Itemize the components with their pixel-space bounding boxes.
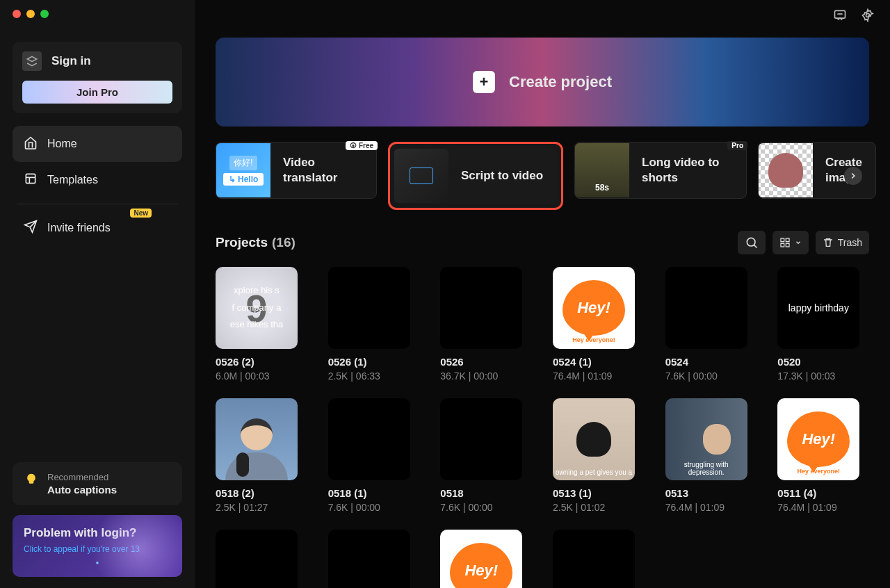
project-meta: 2.5K | 01:02 — [553, 502, 645, 513]
project-meta: 76.4M | 01:09 — [553, 370, 645, 382]
sidebar-item-label: Invite friends — [47, 222, 111, 234]
project-meta: 7.6K | 00:00 — [665, 370, 757, 382]
projects-header: Projects (16) Trash — [216, 231, 869, 254]
project-card[interactable]: Hey!Hey everyone! — [440, 530, 532, 588]
recommended-title: Auto captions — [47, 484, 117, 496]
bulb-icon — [24, 472, 39, 487]
project-name: 0526 — [440, 356, 532, 368]
project-card[interactable]: 0518 (2)2.5K | 01:27 — [216, 398, 307, 513]
project-meta: 6.0M | 00:03 — [216, 370, 307, 382]
sidebar-item-templates[interactable]: Templates — [13, 162, 182, 198]
sidebar-item-invite[interactable]: New Invite friends — [13, 210, 182, 246]
new-badge: New — [130, 209, 152, 218]
create-project-button[interactable]: + Create project — [216, 38, 869, 126]
trash-button[interactable]: Trash — [816, 231, 869, 254]
project-thumbnail — [440, 267, 522, 349]
project-card[interactable]: lappy birthday052017.3K | 00:03 — [777, 267, 869, 382]
project-meta: 2.5K | 01:27 — [216, 502, 307, 513]
templates-icon — [24, 172, 38, 188]
view-layout-button[interactable] — [772, 231, 809, 254]
project-thumbnail: Hey!Hey everyone! — [777, 398, 859, 480]
carousel-dots: ● — [24, 560, 171, 566]
chevron-down-icon — [795, 239, 802, 246]
features-row: 你好! ↳ Hello Video translator ⦿ Free Scri… — [216, 142, 869, 210]
sign-in-label: Sign in — [51, 54, 91, 68]
feature-video-translator[interactable]: 你好! ↳ Hello Video translator ⦿ Free — [216, 142, 377, 199]
project-card[interactable]: struggling with depression.051376.4M | 0… — [665, 398, 757, 513]
project-thumbnail — [440, 398, 522, 480]
project-name: 0511 (4) — [777, 487, 869, 499]
project-card[interactable]: 9xplore his s f company a ese hikes tha0… — [216, 267, 307, 382]
project-meta: 7.6K | 00:00 — [328, 502, 420, 513]
project-card[interactable]: owning a pet gives you a0513 (1)2.5K | 0… — [553, 398, 645, 513]
project-meta: 76.4M | 01:09 — [665, 502, 757, 513]
svg-rect-7 — [781, 238, 784, 242]
project-card[interactable] — [328, 530, 420, 588]
svg-rect-5 — [26, 174, 35, 183]
main: + Create project 你好! ↳ Hello Video trans… — [195, 0, 890, 588]
project-thumbnail — [553, 530, 635, 588]
svg-rect-8 — [786, 238, 789, 242]
project-name: 0513 — [665, 487, 757, 499]
projects-grid: 9xplore his s f company a ese hikes tha0… — [216, 267, 869, 588]
sidebar-item-label: Home — [47, 138, 77, 150]
sign-in-button[interactable]: Sign in — [22, 51, 172, 71]
sidebar-separator — [17, 204, 178, 204]
project-thumbnail: struggling with depression. — [665, 398, 747, 480]
project-name: 0520 — [777, 356, 869, 368]
project-card[interactable] — [216, 530, 307, 588]
recommended-card[interactable]: Recommended Auto captions — [13, 462, 182, 505]
plus-icon: + — [473, 71, 495, 93]
project-card[interactable]: 0518 (1)7.6K | 00:00 — [328, 398, 420, 513]
project-thumbnail: Hey!Hey everyone! — [553, 267, 635, 349]
account-box: Sign in Join Pro — [13, 42, 182, 113]
project-name: 0518 (1) — [328, 487, 420, 499]
sidebar-item-label: Templates — [47, 174, 98, 186]
project-meta: 36.7K | 00:00 — [440, 370, 532, 382]
project-meta: 76.4M | 01:09 — [777, 502, 869, 513]
promo-card[interactable]: Problem with login? Click to appeal if y… — [13, 515, 182, 577]
project-name: 0518 (2) — [216, 487, 307, 499]
window-controls — [13, 10, 49, 18]
feature-label: Long video to shorts — [629, 155, 746, 186]
project-card[interactable]: 05247.6K | 00:00 — [665, 267, 757, 382]
project-card[interactable]: 05187.6K | 00:00 — [440, 398, 532, 513]
project-meta: 7.6K | 00:00 — [440, 502, 532, 513]
project-thumbnail — [216, 398, 298, 480]
project-name: 0524 (1) — [553, 356, 645, 368]
join-pro-button[interactable]: Join Pro — [22, 81, 172, 104]
project-thumbnail: lappy birthday — [777, 267, 859, 349]
projects-count: (16) — [272, 235, 296, 250]
project-thumbnail — [328, 530, 410, 588]
sidebar-item-home[interactable]: Home — [13, 126, 182, 162]
maximize-window-icon[interactable] — [40, 10, 49, 18]
features-next-button[interactable] — [844, 167, 862, 185]
pro-badge: Pro — [727, 141, 747, 150]
project-name: 0526 (2) — [216, 356, 307, 368]
home-icon — [24, 136, 38, 152]
svg-point-6 — [747, 238, 755, 246]
project-card[interactable]: 0526 (1)2.5K | 06:33 — [328, 267, 420, 382]
close-window-icon[interactable] — [13, 10, 21, 18]
feature-script-to-video[interactable]: Script to video — [388, 142, 563, 210]
recommended-label: Recommended — [47, 472, 117, 482]
feature-label: Video translator — [270, 155, 376, 186]
project-meta: 17.3K | 00:03 — [777, 370, 869, 382]
avatar-icon — [22, 51, 42, 71]
project-card[interactable]: Hey!Hey everyone!0524 (1)76.4M | 01:09 — [553, 267, 645, 382]
svg-rect-9 — [781, 243, 784, 247]
project-card[interactable]: 052636.7K | 00:00 — [440, 267, 532, 382]
project-name: 0526 (1) — [328, 356, 420, 368]
project-meta: 2.5K | 06:33 — [328, 370, 420, 382]
project-card[interactable] — [553, 530, 645, 588]
feature-long-to-shorts[interactable]: 58s Long video to shorts Pro — [574, 142, 747, 199]
search-button[interactable] — [738, 231, 766, 254]
free-badge: ⦿ Free — [346, 141, 378, 150]
promo-subtitle: Click to appeal if you're over 13 — [24, 544, 171, 554]
project-thumbnail: Hey!Hey everyone! — [440, 530, 522, 588]
projects-title: Projects — [216, 235, 268, 250]
project-thumbnail — [328, 267, 410, 349]
trash-icon — [823, 237, 834, 248]
minimize-window-icon[interactable] — [26, 10, 35, 18]
project-card[interactable]: Hey!Hey everyone!0511 (4)76.4M | 01:09 — [777, 398, 869, 513]
